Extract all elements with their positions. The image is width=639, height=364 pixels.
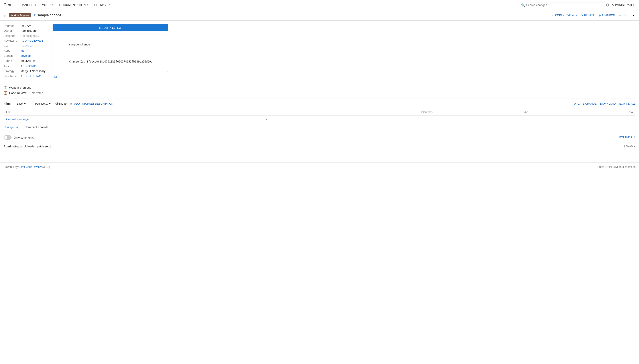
- nav-your[interactable]: YOUR ▼: [40, 0, 56, 10]
- copy-hash-icon[interactable]: ⧉: [70, 102, 72, 106]
- code-review-label-row: ⏳ Code-Review No votes.: [4, 91, 635, 95]
- add-patchset-desc-button[interactable]: ADD PATCHSET DESCRIPTION: [74, 102, 113, 105]
- edit-commit-msg-link[interactable]: EDIT: [53, 75, 168, 78]
- base-chevron-icon: ▼: [24, 102, 26, 105]
- start-review-button[interactable]: START REVIEW: [53, 24, 168, 31]
- settings-icon[interactable]: ⚙: [606, 3, 609, 8]
- expand-all-changelog-button[interactable]: EXPAND ALL: [619, 136, 635, 139]
- add-cc-link[interactable]: ADD CC: [21, 44, 46, 48]
- strategy-value: Merge if Necessary: [21, 70, 46, 73]
- expand-row-icon[interactable]: ▾: [266, 118, 267, 121]
- table-row: Commit message ▾: [4, 116, 635, 123]
- changelog-tabs: Change Log Comment Threads: [4, 126, 635, 133]
- nav-changes[interactable]: CHANGES ▼: [16, 0, 39, 10]
- tab-change-log[interactable]: Change Log: [4, 126, 19, 130]
- commit-hash: 0b382a9: [56, 102, 67, 105]
- checkmark-icon: ✓: [552, 14, 554, 17]
- nav-browse-arrow: ▼: [109, 4, 111, 6]
- commit-message-link[interactable]: Commit message: [6, 118, 29, 121]
- change-title: 1: sample change: [33, 13, 61, 17]
- edit-button[interactable]: ✏ EDIT: [618, 14, 628, 17]
- search-icon: 🔍: [521, 3, 525, 7]
- nav-browse[interactable]: BROWSE ▼: [92, 0, 113, 10]
- copy-parent-icon[interactable]: ⧉: [33, 59, 35, 63]
- right-content: START REVIEW sample change Change-Id: If…: [53, 24, 168, 78]
- log-message: Uploaded patch set 1.: [24, 145, 623, 148]
- updated-value: 2:50 AM: [21, 24, 46, 28]
- more-actions-button[interactable]: ⋮: [631, 13, 635, 18]
- strategy-label: Strategy: [4, 70, 17, 73]
- only-comments-label: Only comments: [14, 136, 34, 139]
- repo-label: Repo: [4, 49, 17, 52]
- download-button[interactable]: DOWNLOAD: [600, 102, 616, 105]
- topic-label: Topic: [4, 64, 17, 68]
- admin-label: ADMINISTRATOR: [612, 3, 635, 7]
- navbar: Gerrit CHANGES ▼ YOUR ▼ DOCUMENTATION ▼ …: [0, 0, 639, 10]
- expand-all-files-button[interactable]: EXPAND ALL: [619, 102, 635, 105]
- add-topic-link[interactable]: ADD TOPIC: [21, 64, 46, 68]
- log-entry: Administrator Uploaded patch set 1. 2:50…: [4, 142, 635, 151]
- code-review-votes: No votes.: [32, 91, 44, 95]
- assignee-label: Assignee: [4, 34, 17, 38]
- keyboard-shortcuts-hint: Press "?" for keyboard shortcuts: [597, 165, 635, 168]
- branch-link[interactable]: develop: [21, 54, 46, 58]
- changelog-section: Change Log Comment Threads Only comments…: [4, 123, 635, 154]
- nav-your-arrow: ▼: [52, 4, 54, 6]
- toggle-slider: [4, 135, 12, 140]
- patchset-select[interactable]: Patchset 1 ▼: [33, 101, 53, 106]
- abandon-button[interactable]: ⊘ ABANDON: [598, 14, 615, 17]
- file-cell: Commit message ▾: [4, 116, 270, 123]
- parent-value: feb95b8 ⧉: [21, 59, 46, 63]
- header-actions: ✓ CODE-REVIEW+2 ⟳ REBASE ⊘ ABANDON ✏ EDI…: [552, 13, 635, 18]
- set-assignee-link[interactable]: Set assignee...: [21, 34, 46, 38]
- log-expand-icon[interactable]: ▾: [634, 145, 635, 148]
- log-time: 2:50 AM ▾: [623, 145, 635, 148]
- code-review-hourglass-icon: ⏳: [4, 91, 7, 95]
- gerrit-link[interactable]: Gerrit Code Review: [19, 165, 42, 168]
- patchset-chevron-icon: ▼: [49, 102, 51, 105]
- file-comments-cell: [270, 116, 435, 123]
- main-content: Updated 2:50 AM Owner Administrator Assi…: [0, 20, 639, 154]
- only-comments-toggle[interactable]: [4, 135, 12, 140]
- footer: Powered by Gerrit Code Review (3.1.3) Pr…: [0, 162, 639, 171]
- files-table-header-row: File Comments Size Delta: [4, 109, 635, 116]
- nav-changes-arrow: ▼: [34, 4, 37, 6]
- file-size-cell: [435, 116, 530, 123]
- update-change-button[interactable]: UPDATE CHANGE: [574, 102, 596, 105]
- change-number[interactable]: 1:: [33, 13, 37, 17]
- size-column-header: Size: [435, 109, 530, 116]
- files-title: Files: [4, 102, 11, 106]
- search-input[interactable]: [526, 3, 601, 7]
- comments-column-header: Comments: [270, 109, 435, 116]
- add-hashtag-link[interactable]: ADD HASHTAG: [21, 74, 46, 78]
- search-box[interactable]: 🔍: [519, 2, 603, 8]
- wip-badge: Work in Progress: [9, 13, 31, 17]
- code-review-label-name: Code-Review: [9, 91, 27, 95]
- footer-powered-by: Powered by Gerrit Code Review (3.1.3): [4, 165, 50, 168]
- hashtags-label: Hashtags: [4, 74, 17, 78]
- owner-label: Owner: [4, 29, 17, 32]
- branch-label: Branch: [4, 54, 17, 58]
- arrow-right-icon: →: [29, 102, 32, 106]
- commit-message-box: sample change Change-Id: Ifdbcb0c18d0791…: [53, 34, 168, 72]
- updated-label: Updated: [4, 24, 17, 28]
- base-select[interactable]: Base ▼: [15, 101, 28, 106]
- parent-label: Parent: [4, 59, 17, 62]
- code-review-button[interactable]: ✓ CODE-REVIEW+2: [552, 14, 577, 17]
- repo-link[interactable]: test: [21, 49, 46, 52]
- app-logo: Gerrit: [4, 3, 14, 7]
- nav-documentation-arrow: ▼: [87, 4, 89, 6]
- base-selector: Base ▼ → Patchset 1 ▼: [15, 101, 53, 106]
- add-reviewer-link[interactable]: ADD REVIEWER: [21, 39, 46, 42]
- log-author: Administrator: [4, 145, 23, 148]
- tab-comment-threads[interactable]: Comment Threads: [25, 126, 48, 130]
- star-icon[interactable]: ☆: [4, 13, 7, 18]
- wip-hourglass-icon: ⏳: [4, 86, 7, 89]
- rebase-button[interactable]: ⟳ REBASE: [581, 14, 595, 17]
- only-comments-row: Only comments EXPAND ALL: [4, 133, 635, 142]
- files-header: Files Base ▼ → Patchset 1 ▼ 0b382a9 ⧉ AD…: [4, 101, 635, 108]
- rebase-icon: ⟳: [581, 14, 583, 17]
- nav-documentation[interactable]: DOCUMENTATION ▼: [57, 0, 91, 10]
- metadata-table: Updated 2:50 AM Owner Administrator Assi…: [4, 24, 46, 78]
- file-column-header: File: [4, 109, 270, 116]
